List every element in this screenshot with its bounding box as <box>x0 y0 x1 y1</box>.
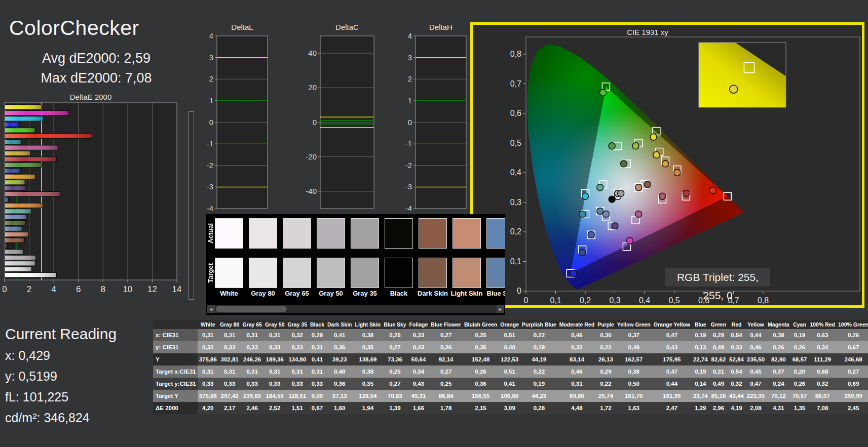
swatch-actual-blue-sky[interactable] <box>486 218 505 249</box>
svg-text:-3: -3 <box>207 182 213 191</box>
table-cell: 2,08 <box>745 402 766 414</box>
table-cell: 73,36 <box>382 353 407 365</box>
table-cell: 0,47 <box>652 329 692 341</box>
table-cell: 0,26 <box>837 329 868 341</box>
svg-text:0,7: 0,7 <box>510 79 521 88</box>
table-cell: 259,99 <box>837 390 868 402</box>
table-cell: 0,19 <box>692 365 709 378</box>
table-cell: 0,31 <box>709 365 728 378</box>
swatch-scrollbar[interactable]: ◄ ► <box>207 305 504 313</box>
table-cell: 0,35 <box>353 378 382 390</box>
table-cell: 26,13 <box>596 353 616 365</box>
vertical-scroll-strip[interactable] <box>188 111 194 300</box>
table-cell: 0,27 <box>837 365 868 378</box>
swatch-actual-black[interactable] <box>385 218 413 249</box>
swatch-target-black[interactable] <box>385 258 413 288</box>
swatch-actual-dark-skin[interactable] <box>419 218 447 249</box>
table-cell: 0,40 <box>326 365 353 378</box>
svg-text:0,1: 0,1 <box>510 257 521 266</box>
table-cell: 0,38 <box>766 329 791 341</box>
table-cell: 92,14 <box>429 353 463 365</box>
measured-point <box>621 160 627 167</box>
measured-point <box>644 181 651 188</box>
swatch-target-gray-50[interactable] <box>317 258 345 288</box>
table-cell: 0,49 <box>709 378 728 390</box>
table-row: Target x:CIE310,310,310,310,310,310,310,… <box>153 365 868 378</box>
rgb-triplet-label: RGB Triplet: 255, 255, 0 <box>665 268 770 287</box>
swatch-actual-white[interactable] <box>215 218 243 249</box>
swatch-target-gray-80[interactable] <box>249 258 277 288</box>
measured-point <box>635 211 642 217</box>
table-cell: 0,46 <box>558 329 596 341</box>
swatch-target-gray-35[interactable] <box>351 258 379 288</box>
table-cell: 70,83 <box>382 390 407 402</box>
table-cell: 0,33 <box>408 329 430 341</box>
row-label: ΔE 2000 <box>153 402 198 414</box>
table-cell: 0,19 <box>520 378 558 390</box>
swatch-target-light-skin[interactable] <box>452 258 481 288</box>
column-header: Magenta <box>766 320 791 329</box>
table-cell: 2,17 <box>218 402 241 414</box>
table-cell: 0,29 <box>709 329 728 341</box>
swatch-target-dark-skin[interactable] <box>419 258 447 288</box>
table-cell: 0,41 <box>309 353 326 365</box>
table-cell: 0,51 <box>499 365 520 378</box>
max-de2000-readout: Max dE2000: 7,08 <box>15 70 177 86</box>
table-cell: 0,33 <box>198 378 218 390</box>
swatch-label: Gray 35 <box>347 290 383 297</box>
svg-text:0,3: 0,3 <box>609 296 620 305</box>
table-cell: 25,74 <box>596 390 616 402</box>
table-cell: 239,65 <box>241 390 263 402</box>
table-cell: 83,14 <box>558 353 596 365</box>
column-header: Gray 65 <box>241 320 263 329</box>
scroll-left-button[interactable]: ◄ <box>207 305 215 313</box>
table-cell: 0,32 <box>198 341 218 353</box>
svg-text:0,3: 0,3 <box>510 198 521 207</box>
measured-point <box>626 237 633 244</box>
table-cell: 4,31 <box>766 402 791 414</box>
swatch-actual-gray-65[interactable] <box>283 218 311 249</box>
column-header: Purplish Blue <box>520 320 558 329</box>
scroll-right-button[interactable]: ► <box>497 305 504 313</box>
table-cell: 0,50 <box>616 378 652 390</box>
swatch-actual-gray-80[interactable] <box>249 218 277 249</box>
swatch-label: White <box>211 290 247 297</box>
table-cell: 0,27 <box>382 341 407 353</box>
column-header: Gray 50 <box>263 320 286 329</box>
table-cell: 70,57 <box>791 390 809 402</box>
svg-text:10: 10 <box>123 285 132 294</box>
cie-chart-title: CIE 1931 xy <box>554 28 741 36</box>
table-cell: 1,51 <box>286 402 309 414</box>
measured-point <box>597 184 603 191</box>
swatch-target-blue-sky[interactable] <box>486 258 505 288</box>
column-header: 100% Green <box>837 320 868 329</box>
measurement-table-header: WhiteGray 80Gray 65Gray 50Gray 35BlackDa… <box>153 320 868 329</box>
table-cell: 235,50 <box>745 353 766 365</box>
swatch-actual-gray-50[interactable] <box>317 218 345 249</box>
table-cell: 0,38 <box>353 329 382 341</box>
table-row: x: CIE310,310,310,310,310,320,290,410,38… <box>153 329 868 341</box>
table-cell: 0,30 <box>596 329 616 341</box>
table-cell: 0,22 <box>596 341 616 353</box>
table-cell: 4,20 <box>198 402 218 414</box>
table-cell: 68,57 <box>791 353 809 365</box>
table-cell: 49,31 <box>408 390 430 402</box>
table-cell: 70,12 <box>766 390 791 402</box>
row-label: x: CIE31 <box>153 329 198 341</box>
table-cell: 0,24 <box>766 378 791 390</box>
swatch-target-white[interactable] <box>215 258 243 288</box>
table-cell: 82,62 <box>709 353 728 365</box>
deltae-chart-title: DeltaE 2000 <box>5 93 177 101</box>
table-cell: 0,43 <box>408 341 430 353</box>
table-cell: 375,86 <box>198 353 218 365</box>
table-cell: 37,13 <box>326 390 353 402</box>
swatch-actual-gray-35[interactable] <box>351 218 379 249</box>
swatch-target-gray-65[interactable] <box>283 258 311 288</box>
scroll-thumb[interactable] <box>216 306 287 312</box>
table-cell: 302,81 <box>218 353 241 365</box>
swatch-actual-light-skin[interactable] <box>452 218 481 249</box>
page-title: ColorChecker <box>9 16 139 40</box>
column-header: Red <box>728 320 745 329</box>
table-cell: 52,84 <box>728 353 745 365</box>
swatch-label: Light Skin <box>449 290 484 297</box>
